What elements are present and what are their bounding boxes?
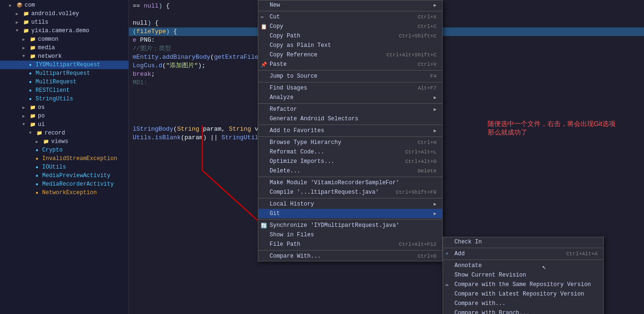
tree-label-multipartrequest: MultipartRequest [36,70,90,77]
menu-item-synchronize[interactable]: 🔄 Synchronize 'IYDMultipartRequest.java' [258,221,442,230]
menu-sep-7 [258,177,442,177]
menu-item-copy[interactable]: 📋 Copy Ctrl+C [258,22,442,31]
expand-icon-volley: ▶ [13,10,21,18]
tree-item-yixia[interactable]: ▼ 📁 yixia.camera.demo [0,27,128,35]
menu-label-show-files: Show in Files [270,232,314,238]
tree-item-iydmultipart[interactable]: ● IYDMultipartRequest [0,61,128,69]
tree-item-restclient[interactable]: ● RESTClient [0,86,128,95]
git-menu-item-add[interactable]: + Add Ctrl+Alt+A [443,249,603,259]
menu-sep-10 [258,250,442,251]
optimize-imports-shortcut: Ctrl+Alt+O [405,159,436,164]
tree-label-record: record [45,130,65,136]
menu-label-paste: Paste [270,61,287,68]
tree-item-views[interactable]: ▶ 📁 views [0,137,128,146]
tree-item-network[interactable]: ▼ 📁 network [0,52,128,61]
tree-item-os[interactable]: ▶ 📁 os [0,103,128,112]
tree-item-networkexception[interactable]: ● NetworkException [0,188,128,197]
folder-icon-ui: 📁 [29,121,36,128]
git-sep-2 [443,260,603,260]
find-usages-shortcut: Alt+F7 [417,85,436,91]
expand-icon-com: ▶ [7,1,14,9]
tree-item-invalidstream[interactable]: ● InvalidStreamException [0,154,128,163]
menu-label-jump-source: Jump to Source [270,73,317,80]
tree-item-multirequest[interactable]: ● MultiRequest [0,78,128,86]
menu-item-copy-ref[interactable]: Copy Reference Ctrl+Alt+Shift+C [258,50,442,60]
git-menu-item-compare-same-repo[interactable]: ⇔ Compare with the Same Repository Versi… [443,280,603,289]
git-sep-1 [443,248,603,248]
menu-item-show-files[interactable]: Show in Files [258,230,442,240]
menu-item-new[interactable]: New ▶ [258,0,442,10]
tree-item-mediarecorder[interactable]: ● MediaRecorderActivity [0,180,128,188]
folder-icon-po: 📁 [29,112,36,120]
tree-item-stringutils[interactable]: ● StringUtils [0,95,128,103]
menu-item-gen-selectors[interactable]: Generate Android Selectors [258,114,442,124]
tree-item-ioutils[interactable]: ● IOUtils [0,163,128,171]
tree-label-mediarecorder: MediaRecorderActivity [42,181,114,188]
folder-icon-yixia: 📁 [22,27,30,35]
git-menu-item-checkin[interactable]: Check In [443,237,603,247]
git-menu-item-annotate[interactable]: Annotate [443,261,603,270]
tree-label-po: po [38,113,45,119]
git-menu-item-compare-latest[interactable]: Compare with Latest Repository Version [443,289,603,299]
git-menu-item-compare-branch[interactable]: Compare with Branch... [443,308,603,314]
git-menu-label-checkin: Check In [454,239,482,245]
menu-item-git[interactable]: Git ▶ [258,209,442,218]
menu-item-make-module[interactable]: Make Module 'VitamioRecorderSampleFor' [258,178,442,188]
git-menu-item-show-revision[interactable]: Show Current Revision [443,270,603,280]
paste-icon: 📌 [261,62,267,68]
compare-with-shortcut: Ctrl+D [417,253,436,259]
tree-item-record[interactable]: ▼ 📁 record [0,129,128,137]
tree-label-ioutils: IOUtils [42,164,66,170]
menu-label-add-favorites: Add to Favorites [270,127,324,134]
tree-item-com[interactable]: ▶ 📦 com [0,1,128,9]
menu-item-file-path[interactable]: File Path Ctrl+Alt+F12 [258,240,442,249]
menu-item-copy-plain[interactable]: Copy as Plain Text [258,41,442,50]
cut-shortcut: Ctrl+X [417,14,436,20]
menu-sep-4 [258,103,442,104]
menu-item-local-history[interactable]: Local History ▶ [258,199,442,209]
menu-item-cut[interactable]: ✂ Cut Ctrl+X [258,12,442,22]
tree-item-crypto[interactable]: ● Crypto [0,146,128,154]
menu-item-reformat[interactable]: Reformat Code... Ctrl+Alt+L [258,147,442,157]
menu-item-refactor[interactable]: Refactor ▶ [258,105,442,114]
menu-item-jump-source[interactable]: Jump to Source F4 [258,72,442,81]
git-menu-item-compare[interactable]: Compare with... [443,299,603,308]
tree-label-utils: utils [31,19,48,26]
menu-label-analyze: Analyze [270,94,293,101]
menu-label-refactor: Refactor [270,106,297,113]
menu-label-synchronize: Synchronize 'IYDMultipartRequest.java' [270,222,399,229]
tree-item-media[interactable]: ▶ 📁 media [0,44,128,52]
menu-sep-6 [258,136,442,137]
menu-sep-3 [258,82,442,82]
menu-item-analyze[interactable]: Analyze ▶ [258,93,442,102]
tree-item-ui[interactable]: ▼ 📁 ui [0,120,128,129]
copy-icon: 📋 [261,24,267,30]
menu-item-optimize-imports[interactable]: Optimize Imports... Ctrl+Alt+O [258,157,442,166]
expand-icon-common: ▶ [20,36,27,43]
tree-label-mediapreview: MediaPreviewActivity [42,172,110,179]
tree-item-android-volley[interactable]: ▶ 📁 android.volley [0,9,128,18]
menu-item-compile[interactable]: Compile '...ltipartRequest.java' Ctrl+Sh… [258,188,442,197]
menu-label-copy: Copy [270,23,283,30]
class-icon-crypto: ● [33,146,41,154]
tree-label-yixia: yixia.camera.demo [31,27,89,34]
annotation-text: 随便选中一个文件，右击，将会出现Git选项 那么就成功了 [488,120,616,137]
tree-item-common[interactable]: ▶ 📁 common [0,35,128,44]
tree-item-utils[interactable]: ▶ 📁 utils [0,18,128,27]
file-path-shortcut: Ctrl+Alt+F12 [399,242,436,247]
menu-item-paste[interactable]: 📌 Paste Ctrl+V [258,60,442,69]
menu-item-delete[interactable]: Delete... Delete [258,166,442,176]
tree-item-mediapreview[interactable]: ● MediaPreviewActivity [0,171,128,180]
menu-item-browse-hierarchy[interactable]: Browse Type Hierarchy Ctrl+H [258,138,442,147]
class-icon-mediarecorder: ● [33,180,41,188]
tree-item-multipartrequest[interactable]: ● MultipartRequest [0,69,128,78]
menu-item-add-favorites[interactable]: Add to Favorites ▶ [258,126,442,135]
menu-label-copy-path: Copy Path [270,33,300,39]
menu-label-optimize-imports: Optimize Imports... [270,158,335,165]
menu-item-compare-with[interactable]: Compare With... Ctrl+D [258,251,442,261]
menu-item-find-usages[interactable]: Find Usages Alt+F7 [258,83,442,93]
menu-item-copy-path[interactable]: Copy Path Ctrl+Shift+C [258,31,442,41]
submenu-arrow-analyze: ▶ [434,95,436,100]
folder-icon-volley: 📁 [22,10,30,18]
tree-item-po[interactable]: ▶ 📁 po [0,112,128,120]
